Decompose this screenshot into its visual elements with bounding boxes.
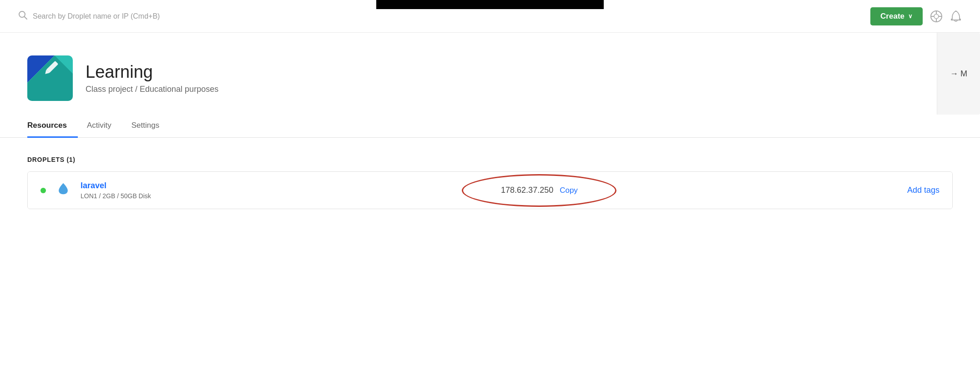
create-label: Create xyxy=(880,12,904,21)
tab-activity-label: Activity xyxy=(87,121,111,130)
tab-settings-label: Settings xyxy=(131,121,159,130)
svg-line-1 xyxy=(25,17,27,20)
table-row: laravel LON1 / 2GB / 50GB Disk 178.62.37… xyxy=(28,172,952,209)
droplet-details: laravel LON1 / 2GB / 50GB Disk xyxy=(81,181,172,200)
tab-activity[interactable]: Activity xyxy=(87,115,122,138)
tab-settings[interactable]: Settings xyxy=(131,115,170,138)
chevron-down-icon: ∨ xyxy=(908,13,913,20)
help-button[interactable] xyxy=(930,10,943,23)
black-bar-decoration xyxy=(376,0,604,9)
search-input-placeholder[interactable]: Search by Droplet name or IP (Cmd+B) xyxy=(33,12,160,20)
tab-resources-label: Resources xyxy=(27,121,67,130)
ip-section: 178.62.37.250 Copy xyxy=(182,185,896,195)
add-tags-button[interactable]: Add tags xyxy=(907,185,940,195)
droplet-name[interactable]: laravel xyxy=(81,181,172,190)
project-name: Learning xyxy=(86,62,218,82)
droplets-section-title: DROPLETS (1) xyxy=(27,156,953,163)
project-description: Class project / Educational purposes xyxy=(86,85,218,94)
header-right: Create ∨ xyxy=(870,7,962,25)
content-area: DROPLETS (1) laravel LON1 / 2GB / 50GB D… xyxy=(0,138,980,227)
droplet-type-icon xyxy=(57,182,70,198)
ip-address: 178.62.37.250 xyxy=(501,185,553,195)
copy-ip-button[interactable]: Copy xyxy=(560,186,578,195)
project-header: Learning Class project / Educational pur… xyxy=(0,33,980,115)
header-left: Search by Droplet name or IP (Cmd+B) xyxy=(18,10,870,22)
create-button[interactable]: Create ∨ xyxy=(870,7,923,25)
droplet-specs: LON1 / 2GB / 50GB Disk xyxy=(81,192,172,200)
header: Search by Droplet name or IP (Cmd+B) Cre… xyxy=(0,0,980,33)
tab-resources[interactable]: Resources xyxy=(27,115,78,138)
notifications-button[interactable] xyxy=(950,10,962,23)
move-link[interactable]: → M xyxy=(937,33,980,115)
status-dot-active xyxy=(40,188,46,193)
project-info: Learning Class project / Educational pur… xyxy=(86,62,218,94)
droplet-list: laravel LON1 / 2GB / 50GB Disk 178.62.37… xyxy=(27,171,953,209)
project-logo xyxy=(27,55,73,101)
search-icon xyxy=(18,10,27,22)
tabs: Resources Activity Settings xyxy=(0,115,980,138)
svg-point-3 xyxy=(934,14,939,19)
